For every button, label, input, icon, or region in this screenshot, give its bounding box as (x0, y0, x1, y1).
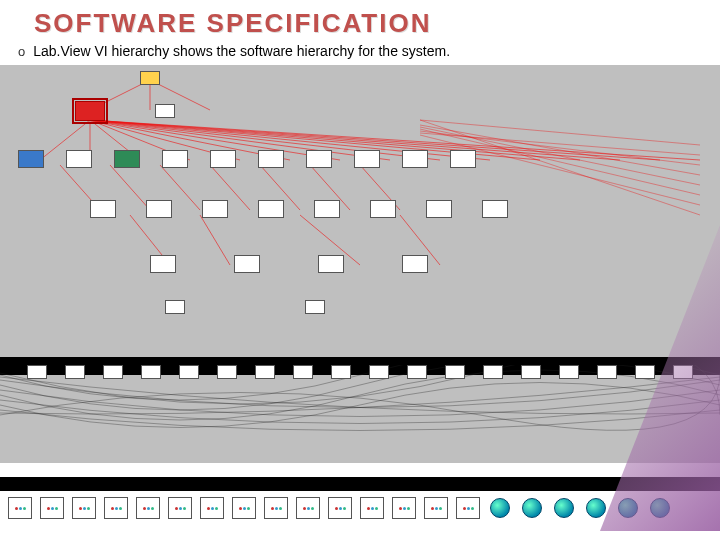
vi-node (305, 300, 325, 314)
vi-node (162, 150, 188, 168)
hierarchy-row-1 (0, 101, 720, 121)
vi-node (202, 200, 228, 218)
separator-bar (0, 477, 720, 491)
vi-node (114, 150, 140, 168)
hierarchy-row-mid (0, 365, 720, 379)
vi-node (179, 365, 199, 379)
vi-node (318, 255, 344, 273)
hierarchy-row-3 (0, 200, 720, 218)
vi-node (482, 200, 508, 218)
vi-node (103, 365, 123, 379)
vi-node (210, 150, 236, 168)
bullet-text: Lab.View VI hierarchy shows the software… (33, 43, 450, 59)
vi-chip-icon (392, 497, 416, 519)
vi-chip-icon (232, 497, 256, 519)
vi-node (369, 365, 389, 379)
vi-node (597, 365, 617, 379)
vi-node (18, 150, 44, 168)
hierarchy-row-0 (0, 71, 720, 85)
vi-chip-icon (296, 497, 320, 519)
bullet-marker: o (18, 44, 25, 59)
vi-node (234, 255, 260, 273)
vi-node (521, 365, 541, 379)
vi-node (155, 104, 175, 118)
vi-node (402, 255, 428, 273)
vi-node (217, 365, 237, 379)
vi-node (165, 300, 185, 314)
vi-node (75, 101, 105, 121)
vi-node (150, 255, 176, 273)
hierarchy-row-2 (0, 150, 720, 168)
vi-chip-icon (72, 497, 96, 519)
vi-node (140, 71, 160, 85)
labview-hierarchy-diagram (0, 65, 720, 531)
vi-node (635, 365, 655, 379)
vi-globe-icon (584, 497, 608, 519)
vi-node (314, 200, 340, 218)
vi-chip-icon (40, 497, 64, 519)
slide-title: SOFTWARE SPECIFICATION (0, 0, 720, 39)
vi-node (65, 365, 85, 379)
vi-node (146, 200, 172, 218)
vi-node (306, 150, 332, 168)
vi-chip-icon (328, 497, 352, 519)
vi-node (255, 365, 275, 379)
white-gap (0, 463, 720, 477)
svg-line-34 (420, 135, 700, 205)
vi-node (90, 200, 116, 218)
vi-node (426, 200, 452, 218)
vi-chip-icon (168, 497, 192, 519)
vi-node (141, 365, 161, 379)
vi-node (483, 365, 503, 379)
vi-node (450, 150, 476, 168)
hierarchy-row-5 (0, 300, 720, 314)
vi-chip-icon (456, 497, 480, 519)
vi-node (407, 365, 427, 379)
vi-node (27, 365, 47, 379)
vi-node (258, 200, 284, 218)
hierarchy-wires-upper (0, 65, 720, 285)
vi-node (445, 365, 465, 379)
vi-globe-icon (488, 497, 512, 519)
vi-chip-icon (424, 497, 448, 519)
vi-chip-icon (136, 497, 160, 519)
vi-node (559, 365, 579, 379)
vi-node (354, 150, 380, 168)
vi-node (370, 200, 396, 218)
vi-node (66, 150, 92, 168)
bullet-line: o Lab.View VI hierarchy shows the softwa… (0, 39, 720, 65)
vi-chip-icon (104, 497, 128, 519)
hierarchy-row-4 (0, 255, 720, 273)
vi-node (258, 150, 284, 168)
vi-globe-icon (520, 497, 544, 519)
vi-chip-icon (264, 497, 288, 519)
vi-chip-icon (360, 497, 384, 519)
vi-node (402, 150, 428, 168)
vi-node (293, 365, 313, 379)
vi-node (331, 365, 351, 379)
vi-globe-icon (552, 497, 576, 519)
vi-chip-icon (200, 497, 224, 519)
vi-chip-icon (8, 497, 32, 519)
